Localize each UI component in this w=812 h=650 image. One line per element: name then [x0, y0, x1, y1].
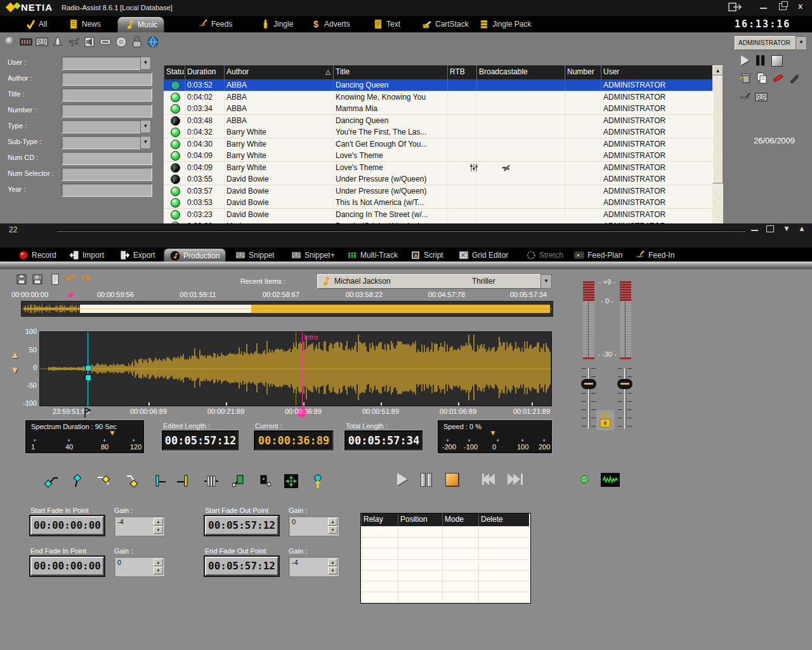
relay-row[interactable]	[361, 526, 529, 538]
globe-icon[interactable]	[147, 36, 159, 48]
red-marker-icon[interactable]	[771, 72, 785, 84]
field-input-user[interactable]	[62, 56, 143, 70]
relay-column-relay[interactable]: Relay	[361, 514, 398, 526]
skip-to-end-button[interactable]	[506, 474, 523, 485]
table-row[interactable]: 0:04:30Barry WhiteCan't Get Enough Of Yo…	[164, 138, 712, 150]
fader-lock[interactable]	[596, 410, 614, 430]
trim-tool[interactable]	[203, 473, 219, 489]
field-input-year[interactable]	[62, 183, 152, 197]
field-input-numselector[interactable]	[62, 168, 152, 181]
relay-row[interactable]	[361, 548, 529, 559]
cassette-icon[interactable]	[755, 91, 768, 103]
lock-icon[interactable]	[131, 36, 143, 48]
link-icon[interactable]	[99, 36, 112, 48]
prodtab-feed-plan[interactable]: Feed-Plan	[568, 248, 628, 262]
ruler-marker-dot[interactable]	[68, 292, 74, 298]
center-view-tool[interactable]	[283, 473, 299, 489]
trash-icon[interactable]	[738, 72, 752, 84]
recent-combo-arrow[interactable]: ▼	[540, 274, 551, 288]
relay-row[interactable]	[361, 537, 529, 548]
prodtab-multi-track[interactable]: Multi-Track	[341, 248, 403, 262]
dish-icon[interactable]	[738, 91, 752, 103]
column-header-broadcastable[interactable]: Broadcastable	[476, 65, 565, 79]
prodtab-feed-in[interactable]: Feed-In	[629, 248, 680, 262]
table-row[interactable]: 0:03:34ABBAMamma MiaADMINISTRATOR	[164, 103, 712, 115]
field-input-type[interactable]	[62, 120, 143, 133]
tab-jingle-pack[interactable]: Jingle Pack	[473, 17, 537, 32]
gain-down-button[interactable]: ▼	[154, 567, 163, 574]
column-header-author[interactable]: Author△	[224, 65, 333, 79]
gain-up-button[interactable]: ▲	[328, 518, 337, 526]
mark-in-tool[interactable]	[150, 473, 166, 489]
fade-out-end-tool[interactable]	[123, 473, 140, 489]
tab-adverts[interactable]: $Adverts	[304, 17, 357, 32]
preview-stop-button[interactable]	[771, 55, 783, 67]
gain-spinner[interactable]: 0▲▼	[289, 516, 339, 536]
column-header-duration[interactable]: Duration	[185, 65, 224, 79]
tab-text[interactable]: Text	[367, 17, 407, 32]
table-row[interactable]: ♪0:04:09Barry WhiteLove's ThemeADMINISTR…	[164, 162, 712, 174]
overview-waveform[interactable]	[21, 301, 553, 317]
column-header-statu[interactable]: Statu	[164, 65, 185, 79]
gain-down-button[interactable]: ▼	[328, 567, 337, 574]
field-dropdown-arrow[interactable]: ▼	[140, 56, 151, 70]
speed-slider-thumb[interactable]: ▼	[489, 428, 497, 437]
field-input-sub-type[interactable]	[62, 136, 143, 149]
prod-rollup-button[interactable]: ▲	[798, 224, 806, 233]
gain-spinner[interactable]: -4▲▼	[289, 557, 339, 577]
prodtab-snippet[interactable]: Snippet	[230, 248, 280, 262]
plane-icon[interactable]	[67, 36, 80, 48]
column-header-user[interactable]: User	[601, 65, 712, 79]
insert-out-tool[interactable]	[256, 473, 273, 489]
field-input-title[interactable]	[62, 88, 152, 102]
wave-monitor-icon[interactable]	[601, 473, 620, 487]
prodtab-script[interactable]: AScript	[405, 248, 449, 262]
field-dropdown-arrow[interactable]: ▼	[140, 136, 151, 149]
speaker-icon[interactable]	[83, 36, 96, 48]
exit-icon[interactable]	[728, 3, 742, 12]
save-icon[interactable]	[16, 274, 27, 285]
field-input-numcd[interactable]	[62, 152, 152, 165]
table-row[interactable]: 0:03:53David BowieThis Is Not America (w…	[164, 197, 712, 209]
fade-in-end-tool[interactable]	[70, 473, 86, 489]
sphere-icon[interactable]	[4, 36, 16, 48]
speed-panel[interactable]: Speed : 0 % ▼ +-200+-100+0+100+200	[438, 420, 552, 453]
column-header-title[interactable]: Title	[333, 65, 447, 79]
close-button[interactable]: x	[798, 1, 802, 11]
stop-button[interactable]	[445, 473, 459, 486]
eq-icon[interactable]	[20, 36, 32, 48]
spectrum-duration-panel[interactable]: Spectrum Duration : 90 Sec ▼ +1+40+80+12…	[25, 420, 144, 453]
table-row[interactable]: ♪0:03:55David BowieUnder Pressure (w/Que…	[164, 173, 712, 185]
column-header-rtb[interactable]: RTB	[447, 65, 476, 79]
mark-out-tool[interactable]	[176, 473, 193, 489]
tab-news[interactable]: News	[62, 17, 107, 32]
cassette-icon[interactable]	[36, 36, 48, 48]
edit-cursor-handle-bottom[interactable]	[85, 375, 91, 381]
fader-left[interactable]	[580, 368, 597, 429]
relay-row[interactable]	[361, 570, 529, 581]
relay-row[interactable]	[361, 592, 529, 603]
relay-column-delete[interactable]: Delete	[478, 514, 529, 526]
user-select-arrow[interactable]: ▼	[796, 36, 806, 49]
recent-items-combo[interactable]: Michael Jackson Thriller	[317, 274, 542, 289]
table-row[interactable]: 0:04:02ABBAKnowing Me, Knowing YouADMINI…	[164, 91, 712, 103]
vscroll-thumb[interactable]	[712, 76, 723, 183]
prod-rolldown-button[interactable]: ▼	[783, 224, 790, 233]
waveform-panel[interactable]: Intro	[39, 331, 552, 406]
preview-play-button[interactable]	[741, 55, 749, 65]
goto-cursor-tool[interactable]	[310, 473, 326, 489]
gain-spinner[interactable]: -4▲▼	[114, 516, 165, 536]
fade-in-start-tool[interactable]	[43, 473, 60, 489]
prodtab-import[interactable]: Import	[63, 248, 110, 262]
save-as-icon[interactable]: ?	[32, 274, 43, 285]
fader-handle[interactable]	[617, 379, 632, 389]
prodtab-grid-editor[interactable]: Grid Editor	[453, 248, 514, 262]
prod-maximize-button[interactable]	[766, 225, 774, 232]
gain-spinner[interactable]: 0▲▼	[114, 557, 165, 577]
tab-jingle[interactable]: Jingle	[254, 17, 299, 32]
lightning-pen-icon[interactable]	[788, 72, 802, 84]
relay-row[interactable]	[361, 559, 529, 571]
prod-minimize-button[interactable]	[751, 230, 758, 231]
play-button[interactable]	[397, 473, 407, 486]
scroll-up-button[interactable]: ▲	[712, 65, 723, 76]
